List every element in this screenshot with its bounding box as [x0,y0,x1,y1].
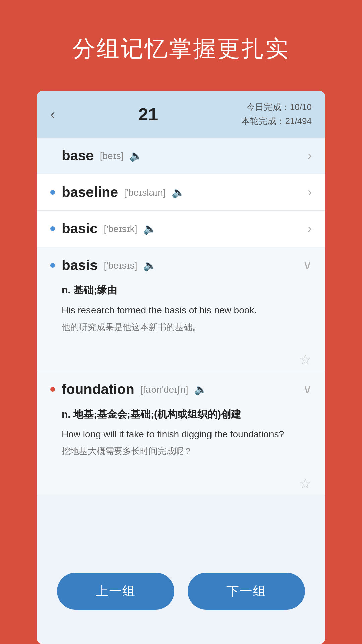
chevron-basis: ∨ [303,258,312,272]
word-def-foundation: n. 地基;基金会;基础;(机构或组织的)创建 [62,408,312,421]
chevron-foundation: ∨ [303,382,312,396]
card-header: ‹ 21 今日完成：10/10 本轮完成：21/494 [37,91,325,138]
dot-baseline [50,190,55,195]
sound-icon-baseline[interactable]: 🔈 [172,186,185,199]
example-en-basis: His research formed the basis of his new… [62,303,312,317]
sound-icon-base[interactable]: 🔈 [129,149,143,162]
today-stats: 今日完成：10/10 [241,100,312,114]
dot-basis [50,263,55,268]
example-zh-basis: 他的研究成果是他这本新书的基础。 [62,321,312,334]
word-basic: basic [62,221,98,237]
word-basis: basis [62,257,98,273]
dot-basic [50,226,55,231]
word-def-basis: n. 基础;缘由 [62,283,312,297]
empty-area [37,495,325,562]
round-stats: 本轮完成：21/494 [241,114,312,128]
phonetic-basis: ['beɪsɪs] [104,260,137,271]
next-group-button[interactable]: 下一组 [188,573,305,610]
word-foundation: foundation [62,381,134,397]
example-zh-foundation: 挖地基大概需要多长时间完成呢？ [62,445,312,458]
star-row-foundation: ☆ [37,470,325,495]
phonetic-baseline: ['beɪslaɪn] [124,187,165,198]
word-detail-basis: n. 基础;缘由 His research formed the basis o… [37,283,325,346]
word-base: base [62,148,94,164]
star-row-basis: ☆ [37,346,325,371]
word-list: base [beɪs] 🔈 › baseline ['beɪslaɪn] 🔈 ›… [37,138,325,495]
word-row-header-basis[interactable]: basis ['beɪsɪs] 🔈 ∨ [37,247,325,283]
back-button[interactable]: ‹ [50,107,55,121]
phonetic-base: [beɪs] [100,150,124,161]
word-row: foundation [faʊn'deɪʃn] 🔈 ∨ n. 地基;基金会;基础… [37,371,325,495]
example-en-foundation: How long will it take to finish digging … [62,427,312,441]
word-row-header-base[interactable]: base [beɪs] 🔈 › [37,138,325,174]
sound-icon-basis[interactable]: 🔈 [143,259,157,272]
word-row: baseline ['beɪslaɪn] 🔈 › [37,174,325,211]
star-icon-basis[interactable]: ☆ [299,351,312,368]
sound-icon-basic[interactable]: 🔈 [143,222,157,235]
chevron-baseline: › [308,185,312,199]
prev-group-button[interactable]: 上一组 [57,573,174,610]
bottom-buttons: 上一组 下一组 [37,562,325,627]
word-detail-foundation: n. 地基;基金会;基础;(机构或组织的)创建 How long will it… [37,408,325,470]
sound-icon-foundation[interactable]: 🔈 [194,383,207,396]
card-stats: 今日完成：10/10 本轮完成：21/494 [241,100,312,128]
word-row-header-baseline[interactable]: baseline ['beɪslaɪn] 🔈 › [37,174,325,210]
word-row: basic ['beɪsɪk] 🔈 › [37,211,325,247]
word-row-header-foundation[interactable]: foundation [faʊn'deɪʃn] 🔈 ∨ [37,371,325,408]
word-card: ‹ 21 今日完成：10/10 本轮完成：21/494 base [beɪs] … [37,91,325,644]
phonetic-basic: ['beɪsɪk] [104,223,137,234]
word-row-header-basic[interactable]: basic ['beɪsɪk] 🔈 › [37,211,325,247]
star-icon-foundation[interactable]: ☆ [299,475,312,492]
dot-foundation [50,387,55,392]
word-row: basis ['beɪsɪs] 🔈 ∨ n. 基础;缘由 His researc… [37,247,325,371]
phonetic-foundation: [faʊn'deɪʃn] [140,384,188,395]
card-number: 21 [138,104,158,124]
chevron-basic: › [308,222,312,236]
page-title: 分组记忆掌握更扎实 [72,34,290,64]
word-row: base [beɪs] 🔈 › [37,138,325,174]
chevron-base: › [308,149,312,163]
word-baseline: baseline [62,184,118,200]
